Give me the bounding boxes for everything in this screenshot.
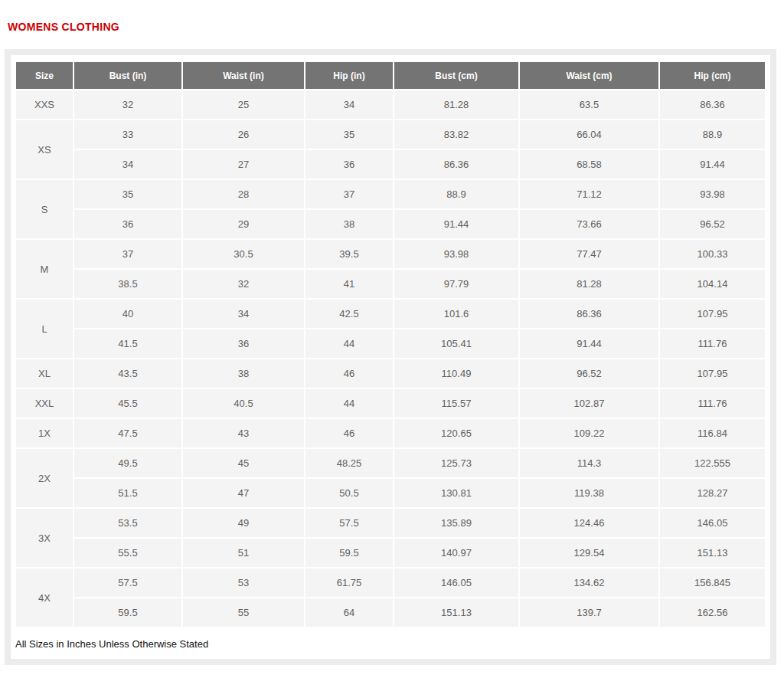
- size-chart-panel: SizeBust (in)Waist (in)Hip (in)Bust (cm)…: [5, 49, 776, 665]
- value-cell: 36: [183, 329, 304, 358]
- value-cell: 38: [305, 210, 393, 238]
- value-cell: 81.28: [520, 270, 658, 298]
- value-cell: 111.76: [660, 329, 765, 358]
- value-cell: 91.44: [520, 329, 658, 358]
- value-cell: 114.3: [520, 449, 658, 477]
- table-row: 59.55564151.13139.7162.56: [16, 598, 765, 627]
- size-cell: XL: [16, 359, 73, 388]
- value-cell: 45: [183, 449, 304, 477]
- value-cell: 33: [74, 120, 181, 149]
- value-cell: 122.555: [660, 449, 765, 477]
- value-cell: 93.98: [660, 180, 765, 208]
- value-cell: 38.5: [74, 270, 181, 298]
- value-cell: 88.9: [660, 120, 765, 149]
- value-cell: 57.5: [74, 569, 181, 597]
- value-cell: 32: [74, 90, 181, 119]
- value-cell: 47: [183, 479, 304, 507]
- value-cell: 88.9: [394, 180, 518, 208]
- value-cell: 129.54: [520, 539, 658, 567]
- value-cell: 59.5: [305, 539, 393, 567]
- value-cell: 40.5: [183, 389, 304, 418]
- value-cell: 53: [183, 569, 304, 597]
- table-row: 41.53644105.4191.44111.76: [16, 329, 765, 358]
- value-cell: 83.82: [394, 120, 518, 149]
- size-cell: 3X: [16, 509, 73, 567]
- table-row: M3730.539.593.9877.47100.33: [16, 240, 765, 268]
- value-cell: 46: [305, 359, 393, 388]
- value-cell: 53.5: [74, 509, 181, 537]
- value-cell: 156.845: [660, 569, 765, 597]
- value-cell: 81.28: [394, 90, 518, 119]
- table-row: 55.55159.5140.97129.54151.13: [16, 539, 765, 567]
- size-cell: 1X: [16, 419, 73, 447]
- value-cell: 57.5: [305, 509, 393, 537]
- table-row: 4X57.55361.75146.05134.62156.845: [16, 569, 765, 597]
- size-cell: M: [16, 240, 73, 298]
- value-cell: 107.95: [660, 359, 765, 388]
- value-cell: 104.14: [660, 270, 765, 298]
- value-cell: 135.89: [394, 509, 518, 537]
- value-cell: 45.5: [74, 389, 181, 418]
- value-cell: 86.36: [660, 90, 765, 119]
- value-cell: 110.49: [394, 359, 518, 388]
- table-row: XXS32253481.2863.586.36: [16, 90, 765, 119]
- value-cell: 59.5: [74, 598, 181, 627]
- value-cell: 130.81: [394, 479, 518, 507]
- size-cell: XS: [16, 120, 73, 179]
- value-cell: 34: [74, 150, 181, 179]
- column-header-hip-cm: Hip (cm): [660, 62, 765, 89]
- value-cell: 39.5: [305, 240, 393, 268]
- value-cell: 97.79: [394, 270, 518, 298]
- value-cell: 46: [305, 419, 393, 447]
- size-cell: XXS: [16, 90, 73, 119]
- value-cell: 49.5: [74, 449, 181, 477]
- value-cell: 55: [183, 598, 304, 627]
- table-row: 38.5324197.7981.28104.14: [16, 270, 765, 298]
- table-row: 51.54750.5130.81119.38128.27: [16, 479, 765, 507]
- value-cell: 44: [305, 329, 393, 358]
- value-cell: 68.58: [520, 150, 658, 179]
- size-cell: L: [16, 300, 73, 358]
- size-chart-table: SizeBust (in)Waist (in)Hip (in)Bust (cm)…: [15, 61, 766, 628]
- value-cell: 41: [305, 270, 393, 298]
- value-cell: 34: [183, 300, 304, 328]
- value-cell: 66.04: [520, 120, 658, 149]
- column-header-waist-cm: Waist (cm): [520, 62, 658, 89]
- value-cell: 151.13: [660, 539, 765, 567]
- column-header-bust-cm: Bust (cm): [394, 62, 518, 89]
- value-cell: 47.5: [74, 419, 181, 447]
- value-cell: 35: [74, 180, 181, 208]
- table-row: 2X49.54548.25125.73114.3122.555: [16, 449, 765, 477]
- value-cell: 100.33: [660, 240, 765, 268]
- value-cell: 28: [183, 180, 304, 208]
- value-cell: 140.97: [394, 539, 518, 567]
- value-cell: 96.52: [520, 359, 658, 388]
- value-cell: 134.62: [520, 569, 658, 597]
- value-cell: 96.52: [660, 210, 765, 238]
- column-header-hip-in: Hip (in): [305, 62, 393, 89]
- value-cell: 91.44: [660, 150, 765, 179]
- table-body: XXS32253481.2863.586.36XS33263583.8266.0…: [16, 90, 765, 627]
- value-cell: 128.27: [660, 479, 765, 507]
- table-row: XS33263583.8266.0488.9: [16, 120, 765, 149]
- value-cell: 32: [183, 270, 304, 298]
- value-cell: 101.6: [394, 300, 518, 328]
- column-header-bust-in: Bust (in): [74, 62, 181, 89]
- value-cell: 35: [305, 120, 393, 149]
- value-cell: 93.98: [394, 240, 518, 268]
- page-title: WOMENS CLOTHING: [8, 21, 784, 33]
- value-cell: 115.57: [394, 389, 518, 418]
- value-cell: 51: [183, 539, 304, 567]
- value-cell: 40: [74, 300, 181, 328]
- value-cell: 102.87: [520, 389, 658, 418]
- value-cell: 151.13: [394, 598, 518, 627]
- size-cell: 4X: [16, 569, 73, 627]
- value-cell: 86.36: [520, 300, 658, 328]
- value-cell: 34: [305, 90, 393, 119]
- page: WOMENS CLOTHING SizeBust (in)Waist (in)H…: [0, 21, 784, 665]
- value-cell: 42.5: [305, 300, 393, 328]
- value-cell: 73.66: [520, 210, 658, 238]
- value-cell: 71.12: [520, 180, 658, 208]
- value-cell: 27: [183, 150, 304, 179]
- value-cell: 41.5: [74, 329, 181, 358]
